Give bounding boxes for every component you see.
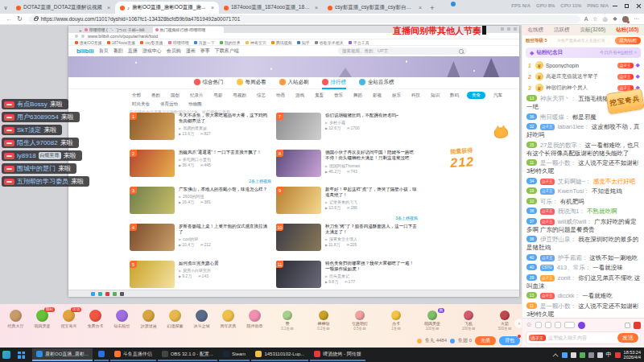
chat-username[interactable]: 艾莉啊婕~ [558, 178, 592, 185]
address-bar[interactable]: https://www.douyu.com/1101?dyshid=1067fc… [29, 15, 580, 23]
activity-icon [222, 310, 234, 322]
anniversary-count-link[interactable]: 今日共有4位粉丝 > [600, 50, 637, 56]
browser-tab[interactable]: ♪ 唐彬OO直播_唐彬OO直播_唐... × [115, 2, 219, 14]
danmaku-checkbox[interactable] [625, 323, 630, 328]
recharge-button[interactable]: 充值 [475, 336, 496, 345]
activity-item[interactable]: 陪伴勋章 [242, 310, 267, 328]
gift-item[interactable]: 赞 0.1鱼翅 [270, 311, 304, 331]
tab-search-chevron-icon[interactable]: ∨ [0, 5, 11, 14]
collections-icon[interactable]: ◎ [603, 16, 608, 23]
tray-icon[interactable] [562, 352, 568, 358]
chat-username[interactable]: 神灰天羽丶 [540, 95, 576, 102]
red-packet-icon[interactable] [634, 322, 641, 329]
ime-indicator[interactable]: 中 [606, 351, 612, 359]
new-tab-button[interactable]: + [427, 4, 438, 14]
activity-item[interactable]: 周年庆典 [216, 310, 241, 328]
tab-close-icon[interactable]: × [315, 5, 318, 10]
sticker-slot-icon[interactable] [564, 322, 575, 328]
emoji-icon[interactable]: ☺ [526, 322, 532, 328]
gift-item[interactable]: 引路明灯 0.5鱼翅 [343, 311, 377, 331]
chat-username[interactable]: KwenTusi [558, 187, 590, 195]
danmaku-count: 743 [347, 169, 357, 174]
tray-display-icon[interactable] [588, 352, 594, 358]
browser-tab[interactable]: DOTA2直播_DOTA2直播解说视频 × [11, 2, 115, 14]
tray-icon[interactable] [580, 352, 585, 358]
sticker-slot-icon[interactable] [555, 322, 561, 328]
sticker-slot-icon[interactable] [545, 322, 551, 328]
more-menu-icon[interactable]: ⋯ [634, 16, 639, 23]
noble-badge: 白银至尊 [39, 152, 61, 159]
taskbar-item[interactable]: 唐彬OO直播_唐彬... [32, 348, 93, 361]
chat-username[interactable]: 是一颗小数 [540, 159, 576, 167]
tray-app-icon[interactable] [615, 352, 621, 358]
browser-toolbar: ← ↻ https://www.douyu.com/1101?dyshid=10… [0, 14, 644, 25]
activity-item[interactable]: 决斗之城 [189, 310, 214, 328]
taskbar-item[interactable]: OBS 32.1.0 - 配置... [158, 348, 217, 361]
chat-username[interactable]: laban1lee [558, 123, 590, 130]
maximize-icon[interactable] [625, 4, 629, 8]
chat-username[interactable]: 伊豆野山泉 [540, 236, 576, 243]
activity-item[interactable]: 活动 挖宝奇兵 [56, 310, 81, 328]
tray-expand-icon[interactable] [552, 353, 558, 359]
activity-item[interactable]: 限时 萌因灵使 [30, 310, 55, 328]
chat-username[interactable]: 可乐 [540, 198, 559, 205]
become-diamond-fan-button[interactable]: 成为钻粉 [615, 37, 641, 44]
taskbar-item[interactable]: 斗鱼直播伴侣 [110, 348, 156, 361]
taskbar-item[interactable]: Steam [219, 348, 250, 361]
diamond-fan-anniversary-banner[interactable]: ◆ 钻粉纪念日 今日共有4位粉丝 > [526, 47, 641, 58]
chat-input-box[interactable]: 点子王 这里输入聊天内容 发送 [526, 331, 641, 344]
taskbar-item[interactable]: 1453110102-Lup... [251, 348, 308, 361]
reading-mode-icon[interactable]: A [584, 16, 588, 22]
refresh-icon[interactable]: ↻ [17, 15, 23, 23]
chat-username[interactable]: zonit [558, 274, 576, 282]
tab-close-icon[interactable]: × [211, 5, 214, 10]
gift-item[interactable]: 购 萌因灵使 100鱼翅 [415, 311, 449, 331]
chat-username[interactable]: 413、常乐 [557, 264, 592, 271]
profile-avatar[interactable] [622, 16, 629, 23]
browser-tab[interactable]: csy影直播_csy影直播_csy影自走棋 × [323, 2, 427, 14]
chat-username[interactable]: 我说淘1 [558, 208, 585, 215]
activity-item[interactable]: 沙漠绿洲 [136, 310, 161, 328]
sticker-slot-icon[interactable] [535, 322, 542, 328]
tray-mic-icon[interactable] [571, 352, 576, 358]
chat-username[interactable]: 南日暖煤 [540, 113, 571, 121]
chat-username[interactable]: dicckk [558, 292, 580, 299]
taskbar-item[interactable] [94, 348, 109, 361]
chat-username[interactable]: 27是我的数字 [540, 142, 583, 149]
chat-username[interactable]: 护手霜霜 [558, 254, 588, 261]
chat-input-placeholder[interactable]: 这里输入聊天内容 [548, 335, 615, 342]
noble-chat-icon[interactable] [578, 322, 585, 329]
gift-item[interactable]: 飞机 100鱼翅 [452, 311, 485, 331]
minimize-icon[interactable] [613, 6, 617, 6]
chat-tab[interactable]: 钻粉(165) [616, 27, 638, 34]
back-icon[interactable]: ← [6, 15, 12, 23]
backpack-button[interactable]: 背包 [499, 336, 520, 345]
send-button[interactable]: 发送 [617, 333, 638, 343]
chat-tab[interactable]: 在线榜 [528, 27, 544, 34]
taskbar-item[interactable]: 啤酒烧烤 - 阿传媒 [310, 348, 365, 361]
favorite-star-icon[interactable]: ☆ [592, 16, 597, 23]
tab-audio-icon[interactable]: ♪ [127, 6, 130, 10]
activity-item[interactable]: 幻境探索 [163, 310, 188, 328]
chat-username[interactable]: 是一颗小数 [540, 302, 576, 310]
chat-username[interactable]: will威尔will [558, 218, 592, 225]
extensions-icon[interactable]: ❖ [613, 16, 617, 23]
live-stream-player[interactable]: + 哔哩哔哩 (゜-゜)つロ 干杯~-bili 热门视频排行榜-哔哩哔哩 ww [0, 25, 522, 304]
close-icon[interactable] [636, 3, 641, 8]
yuwan-icon [417, 339, 422, 343]
tab-close-icon[interactable]: × [419, 5, 422, 10]
activity-item[interactable]: 免费办卡 [83, 310, 108, 328]
widgets-icon[interactable] [2, 351, 10, 359]
gift-item[interactable]: 棒棒哒 0.2鱼翅 [307, 311, 341, 331]
bookmark-item: 1874ooo直播 [107, 40, 135, 45]
activity-item[interactable]: 钻石粉丝 [109, 310, 134, 328]
tab-close-icon[interactable]: × [107, 5, 110, 10]
browser-tab[interactable]: 1874ooo直播_1874ooo直播_1874... × [219, 2, 323, 14]
tray-volume-icon[interactable] [597, 352, 603, 358]
gift-item[interactable]: 办卡 1鱼翅 [379, 311, 413, 331]
taskbar-clock[interactable]: 18:53:24 2026/4/4 [624, 350, 641, 360]
chat-tab[interactable]: 贡献(3265) [580, 27, 606, 34]
start-button[interactable] [18, 352, 25, 359]
chat-tab[interactable]: 活跃榜 [554, 27, 570, 34]
activity-item[interactable]: 经典大厅 [3, 310, 28, 328]
